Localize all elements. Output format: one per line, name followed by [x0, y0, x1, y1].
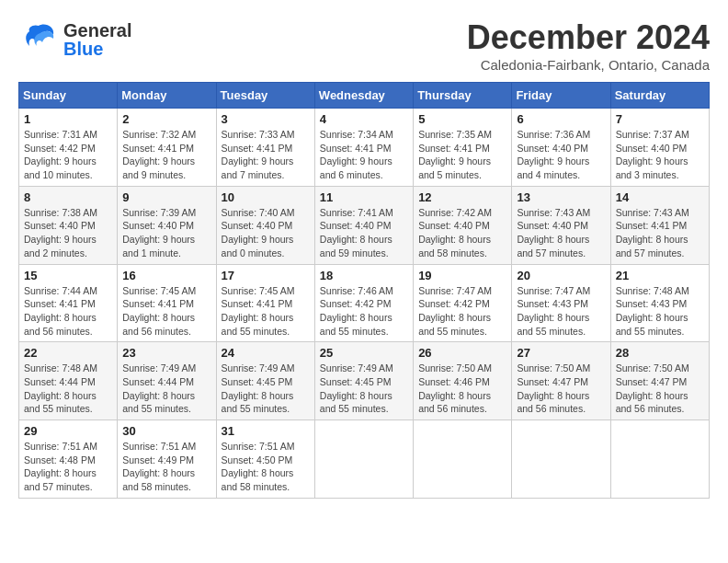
calendar-cell: 15Sunrise: 7:44 AM Sunset: 4:41 PM Dayli… — [19, 264, 118, 342]
calendar-week-5: 29Sunrise: 7:51 AM Sunset: 4:48 PM Dayli… — [19, 420, 710, 499]
calendar-cell: 25Sunrise: 7:49 AM Sunset: 4:45 PM Dayli… — [314, 342, 413, 420]
day-info: Sunrise: 7:34 AM Sunset: 4:41 PM Dayligh… — [320, 128, 408, 182]
day-number: 20 — [517, 269, 605, 282]
logo-general-text: General — [63, 21, 131, 40]
day-number: 4 — [320, 112, 408, 126]
day-info: Sunrise: 7:38 AM Sunset: 4:40 PM Dayligh… — [24, 206, 112, 260]
weekday-header-row: SundayMondayTuesdayWednesdayThursdayFrid… — [19, 83, 710, 109]
calendar-week-3: 15Sunrise: 7:44 AM Sunset: 4:41 PM Dayli… — [19, 264, 710, 342]
day-info: Sunrise: 7:43 AM Sunset: 4:41 PM Dayligh… — [616, 206, 704, 260]
day-number: 27 — [517, 346, 605, 360]
day-number: 10 — [222, 190, 310, 204]
calendar-cell: 8Sunrise: 7:38 AM Sunset: 4:40 PM Daylig… — [19, 186, 118, 264]
calendar-cell: 11Sunrise: 7:41 AM Sunset: 4:40 PM Dayli… — [314, 186, 413, 264]
day-number: 5 — [418, 112, 506, 126]
calendar-cell: 4Sunrise: 7:34 AM Sunset: 4:41 PM Daylig… — [314, 109, 413, 187]
day-number: 31 — [222, 424, 310, 438]
day-info: Sunrise: 7:43 AM Sunset: 4:40 PM Dayligh… — [517, 206, 605, 260]
day-number: 28 — [616, 346, 704, 360]
calendar-cell: 6Sunrise: 7:36 AM Sunset: 4:40 PM Daylig… — [512, 109, 610, 187]
calendar-week-1: 1Sunrise: 7:31 AM Sunset: 4:42 PM Daylig… — [19, 109, 710, 187]
calendar-table: SundayMondayTuesdayWednesdayThursdayFrid… — [18, 82, 710, 499]
day-info: Sunrise: 7:45 AM Sunset: 4:41 PM Dayligh… — [222, 284, 310, 339]
calendar-cell: 5Sunrise: 7:35 AM Sunset: 4:41 PM Daylig… — [414, 109, 512, 187]
day-info: Sunrise: 7:46 AM Sunset: 4:42 PM Dayligh… — [320, 284, 408, 339]
day-info: Sunrise: 7:51 AM Sunset: 4:49 PM Dayligh… — [122, 440, 210, 494]
calendar-cell: 1Sunrise: 7:31 AM Sunset: 4:42 PM Daylig… — [19, 109, 118, 187]
day-info: Sunrise: 7:32 AM Sunset: 4:41 PM Dayligh… — [122, 128, 210, 182]
calendar-cell: 27Sunrise: 7:50 AM Sunset: 4:47 PM Dayli… — [512, 342, 610, 420]
day-info: Sunrise: 7:49 AM Sunset: 4:44 PM Dayligh… — [122, 362, 210, 416]
calendar-cell: 22Sunrise: 7:48 AM Sunset: 4:44 PM Dayli… — [19, 342, 118, 420]
day-info: Sunrise: 7:49 AM Sunset: 4:45 PM Dayligh… — [222, 362, 310, 416]
day-number: 24 — [222, 346, 310, 360]
weekday-header-wednesday: Wednesday — [314, 83, 413, 109]
weekday-header-tuesday: Tuesday — [216, 83, 314, 109]
day-info: Sunrise: 7:39 AM Sunset: 4:40 PM Dayligh… — [122, 206, 210, 260]
weekday-header-friday: Friday — [512, 83, 610, 109]
day-info: Sunrise: 7:49 AM Sunset: 4:45 PM Dayligh… — [320, 362, 408, 416]
day-info: Sunrise: 7:50 AM Sunset: 4:47 PM Dayligh… — [517, 362, 605, 416]
day-info: Sunrise: 7:48 AM Sunset: 4:43 PM Dayligh… — [616, 284, 704, 339]
day-number: 3 — [222, 112, 310, 126]
day-info: Sunrise: 7:42 AM Sunset: 4:40 PM Dayligh… — [418, 206, 506, 260]
title-section: December 2024 Caledonia-Fairbank, Ontari… — [467, 18, 710, 73]
day-number: 12 — [418, 190, 506, 204]
day-info: Sunrise: 7:47 AM Sunset: 4:42 PM Dayligh… — [418, 284, 506, 339]
day-info: Sunrise: 7:44 AM Sunset: 4:41 PM Dayligh… — [24, 284, 112, 339]
calendar-cell: 16Sunrise: 7:45 AM Sunset: 4:41 PM Dayli… — [118, 264, 216, 342]
calendar-cell: 17Sunrise: 7:45 AM Sunset: 4:41 PM Dayli… — [216, 264, 314, 342]
day-number: 1 — [24, 112, 112, 126]
day-number: 13 — [517, 190, 605, 204]
day-info: Sunrise: 7:40 AM Sunset: 4:40 PM Dayligh… — [222, 206, 310, 260]
day-number: 15 — [24, 269, 112, 282]
logo-blue-text: Blue — [63, 40, 131, 58]
day-number: 8 — [24, 190, 112, 204]
calendar-cell: 19Sunrise: 7:47 AM Sunset: 4:42 PM Dayli… — [414, 264, 512, 342]
calendar-cell: 13Sunrise: 7:43 AM Sunset: 4:40 PM Dayli… — [512, 186, 610, 264]
calendar-cell: 26Sunrise: 7:50 AM Sunset: 4:46 PM Dayli… — [414, 342, 512, 420]
day-number: 7 — [616, 112, 704, 126]
day-number: 6 — [517, 112, 605, 126]
day-info: Sunrise: 7:37 AM Sunset: 4:40 PM Dayligh… — [616, 128, 704, 182]
calendar-cell: 21Sunrise: 7:48 AM Sunset: 4:43 PM Dayli… — [610, 264, 709, 342]
calendar-cell: 20Sunrise: 7:47 AM Sunset: 4:43 PM Dayli… — [512, 264, 610, 342]
calendar-cell: 24Sunrise: 7:49 AM Sunset: 4:45 PM Dayli… — [216, 342, 314, 420]
calendar-cell: 10Sunrise: 7:40 AM Sunset: 4:40 PM Dayli… — [216, 186, 314, 264]
day-number: 11 — [320, 190, 408, 204]
page-header: General Blue December 2024 Caledonia-Fai… — [18, 18, 710, 73]
day-info: Sunrise: 7:35 AM Sunset: 4:41 PM Dayligh… — [418, 128, 506, 182]
calendar-cell: 18Sunrise: 7:46 AM Sunset: 4:42 PM Dayli… — [314, 264, 413, 342]
day-info: Sunrise: 7:48 AM Sunset: 4:44 PM Dayligh… — [24, 362, 112, 416]
day-number: 25 — [320, 346, 408, 360]
day-number: 26 — [418, 346, 506, 360]
calendar-cell — [414, 420, 512, 499]
day-info: Sunrise: 7:50 AM Sunset: 4:46 PM Dayligh… — [418, 362, 506, 416]
calendar-cell: 28Sunrise: 7:50 AM Sunset: 4:47 PM Dayli… — [610, 342, 709, 420]
calendar-cell: 29Sunrise: 7:51 AM Sunset: 4:48 PM Dayli… — [19, 420, 118, 499]
logo: General Blue — [18, 18, 131, 60]
day-number: 2 — [122, 112, 210, 126]
day-number: 17 — [222, 269, 310, 282]
weekday-header-saturday: Saturday — [610, 83, 709, 109]
day-number: 29 — [24, 424, 112, 438]
day-info: Sunrise: 7:33 AM Sunset: 4:41 PM Dayligh… — [222, 128, 310, 182]
calendar-cell: 14Sunrise: 7:43 AM Sunset: 4:41 PM Dayli… — [610, 186, 709, 264]
day-number: 30 — [122, 424, 210, 438]
day-info: Sunrise: 7:51 AM Sunset: 4:48 PM Dayligh… — [24, 440, 112, 494]
calendar-cell — [314, 420, 413, 499]
calendar-cell — [512, 420, 610, 499]
day-number: 14 — [616, 190, 704, 204]
calendar-cell: 9Sunrise: 7:39 AM Sunset: 4:40 PM Daylig… — [118, 186, 216, 264]
day-info: Sunrise: 7:31 AM Sunset: 4:42 PM Dayligh… — [24, 128, 112, 182]
day-info: Sunrise: 7:50 AM Sunset: 4:47 PM Dayligh… — [616, 362, 704, 416]
weekday-header-sunday: Sunday — [19, 83, 118, 109]
day-number: 19 — [418, 269, 506, 282]
location-title: Caledonia-Fairbank, Ontario, Canada — [467, 57, 710, 73]
calendar-cell: 12Sunrise: 7:42 AM Sunset: 4:40 PM Dayli… — [414, 186, 512, 264]
logo-icon — [18, 18, 60, 60]
calendar-cell: 23Sunrise: 7:49 AM Sunset: 4:44 PM Dayli… — [118, 342, 216, 420]
day-info: Sunrise: 7:45 AM Sunset: 4:41 PM Dayligh… — [122, 284, 210, 339]
day-number: 18 — [320, 269, 408, 282]
calendar-cell: 2Sunrise: 7:32 AM Sunset: 4:41 PM Daylig… — [118, 109, 216, 187]
